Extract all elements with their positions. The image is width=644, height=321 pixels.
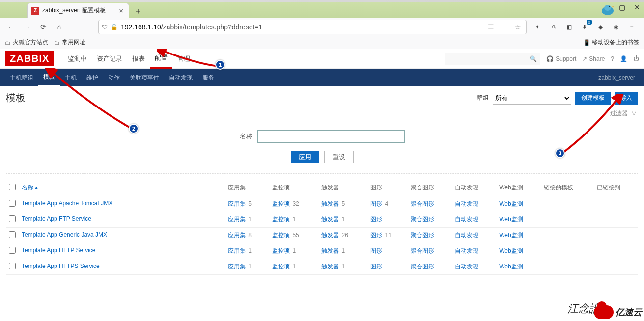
forward-button[interactable]: → [20,20,34,34]
window-close-icon[interactable]: ✕ [634,3,640,11]
reload-button[interactable]: ⟳ [36,20,50,34]
discovery-link[interactable]: 自动发现 [455,232,478,239]
row-checkbox[interactable] [9,247,16,254]
main-menu-item[interactable]: 报表 [127,49,150,69]
row-checkbox[interactable] [9,215,16,222]
insecure-lock-icon[interactable]: 🔓 [111,24,118,30]
col-linked-to[interactable]: 已链接到 [594,180,638,196]
reset-button[interactable]: 重设 [324,151,354,163]
menu-icon[interactable]: ≡ [626,22,637,32]
template-name-link[interactable]: Template App Generic Java JMX [22,231,107,238]
sub-menu-item[interactable]: 服务 [197,69,219,86]
sub-menu-item[interactable]: 主机 [60,69,82,86]
main-menu-item[interactable]: 管理 [172,49,195,69]
web-link[interactable]: Web监测 [499,247,523,254]
url-text[interactable]: 192.168.1.10/zabbix/templates.php?ddrese… [121,23,483,31]
create-template-button[interactable]: 创建模板 [575,92,611,105]
extension-icon[interactable]: ◉ [611,22,621,32]
global-search[interactable]: 🔍 [445,53,540,65]
apps-link[interactable]: 应用集 [228,216,246,223]
apps-link[interactable]: 应用集 [228,200,246,207]
screens-link[interactable]: 聚合图形 [411,247,434,254]
discovery-link[interactable]: 自动发现 [455,216,478,223]
row-checkbox[interactable] [9,200,16,207]
graphs-cell[interactable]: 图形 4 [367,196,408,212]
web-link[interactable]: Web监测 [499,200,523,207]
row-checkbox[interactable] [9,231,16,238]
discovery-link[interactable]: 自动发现 [455,200,478,207]
sub-menu-item[interactable]: 关联项事件 [125,69,164,86]
col-screens[interactable]: 聚合图形 [408,180,452,196]
browser-tab[interactable]: Z zabbix_server: 配置模板 × [27,3,129,18]
template-name-link[interactable]: Template App HTTP Service [22,247,96,254]
sub-menu-item[interactable]: 动作 [103,69,125,86]
select-all-checkbox[interactable] [9,184,16,190]
col-web[interactable]: Web监测 [496,180,541,196]
support-link[interactable]: 🎧 Support [546,55,576,62]
url-bar[interactable]: 🛡 🔓 192.168.1.10/zabbix/templates.php?dd… [98,20,527,34]
graphs-cell[interactable]: 图形 [367,243,408,259]
share-link[interactable]: ↗ Share [582,55,605,62]
sidebar-icon[interactable]: ◧ [563,22,574,32]
template-name-link[interactable]: Template App Apache Tomcat JMX [22,200,112,207]
bookmark-folder-firefox[interactable]: 🗀火狐官方站点 [5,38,48,47]
col-items[interactable]: 监控项 [269,180,318,196]
help-icon[interactable]: ? [611,55,614,62]
filter-name-input[interactable] [257,130,405,143]
pocket-icon[interactable]: ◆ [595,22,606,32]
triggers-link[interactable]: 触发器 [321,200,339,207]
web-link[interactable]: Web监测 [499,263,523,270]
back-button[interactable]: ← [4,20,18,34]
items-link[interactable]: 监控项 [272,200,290,207]
group-select[interactable]: 所有 [493,92,571,105]
logout-icon[interactable]: ⏻ [633,55,639,62]
reader-mode-icon[interactable]: ☰ [486,23,496,31]
discovery-link[interactable]: 自动发现 [455,247,478,254]
extension-puzzle-icon[interactable]: ✦ [532,22,543,32]
user-icon[interactable]: 👤 [620,55,627,62]
search-input[interactable] [448,55,530,62]
window-maximize-icon[interactable]: ▢ [619,3,625,11]
col-name[interactable]: 名称 ▴ [19,180,225,196]
screens-link[interactable]: 聚合图形 [411,200,434,207]
items-link[interactable]: 监控项 [272,247,290,254]
graphs-cell[interactable]: 图形 11 [367,228,408,243]
breadcrumb[interactable]: zabbix_server [598,74,639,81]
sub-menu-item[interactable]: 维护 [82,69,103,86]
triggers-link[interactable]: 触发器 [321,232,339,239]
bookmark-star-icon[interactable]: ☆ [513,23,523,31]
col-apps[interactable]: 应用集 [225,180,269,196]
col-graphs[interactable]: 图形 [367,180,408,196]
zabbix-logo[interactable]: ZABBIX [5,51,54,66]
tab-close-icon[interactable]: × [117,6,125,15]
triggers-link[interactable]: 触发器 [321,247,339,254]
web-link[interactable]: Web监测 [499,232,523,239]
filter-toggle-label[interactable]: 过滤器 [610,109,628,118]
sub-menu-item[interactable]: 主机群组 [5,69,38,86]
home-button[interactable]: ⌂ [53,20,66,34]
screens-link[interactable]: 聚合图形 [411,232,434,239]
filter-funnel-icon[interactable]: ▽ [632,109,636,118]
downloads-icon[interactable]: ⬇0 [579,22,590,32]
screens-link[interactable]: 聚合图形 [411,263,434,270]
search-icon[interactable]: 🔍 [530,55,537,62]
triggers-link[interactable]: 触发器 [321,216,339,223]
apps-link[interactable]: 应用集 [228,247,246,254]
apps-link[interactable]: 应用集 [228,263,246,270]
graphs-cell[interactable]: 图形 [367,259,408,275]
shield-icon[interactable]: 🛡 [102,24,108,30]
graphs-cell[interactable]: 图形 [367,212,408,228]
screens-link[interactable]: 聚合图形 [411,216,434,223]
new-tab-button[interactable]: ＋ [131,4,145,18]
sub-menu-item[interactable]: 模板 [38,69,60,86]
main-menu-item[interactable]: 监测中 [63,49,92,69]
main-menu-item[interactable]: 配置 [150,49,172,69]
discovery-link[interactable]: 自动发现 [455,263,478,270]
col-linked-tpl[interactable]: 链接的模板 [541,180,594,196]
library-icon[interactable]: ⎙ [548,22,559,32]
col-triggers[interactable]: 触发器 [318,180,367,196]
template-name-link[interactable]: Template App HTTPS Service [22,263,100,269]
row-checkbox[interactable] [9,263,16,269]
items-link[interactable]: 监控项 [272,216,290,223]
import-button[interactable]: 导入 [615,92,638,105]
